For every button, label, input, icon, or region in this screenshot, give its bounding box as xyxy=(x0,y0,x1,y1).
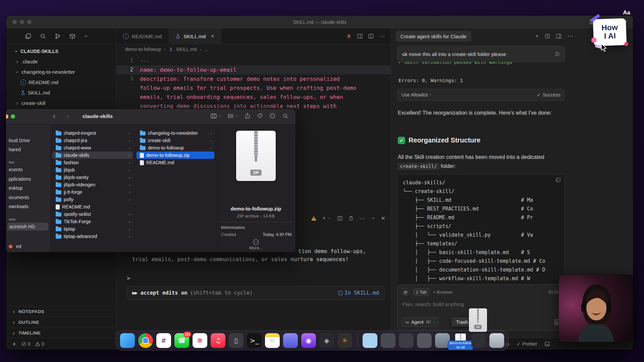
more-icon[interactable]: ⋯ xyxy=(568,33,573,40)
remote-indicator[interactable] xyxy=(12,342,17,346)
finder-sidebar-item[interactable]: ecents xyxy=(6,166,48,174)
composer-placeholder[interactable]: Plan, search, build anything xyxy=(402,301,560,307)
dock-zip-file[interactable]: ZIPdemo-to-followup.zip xyxy=(453,333,468,348)
chevron-down-icon[interactable]: › xyxy=(83,34,90,38)
code-line[interactable]: emails, trial onboarding sequences, sale… xyxy=(116,93,391,102)
warning-icon[interactable] xyxy=(311,216,317,221)
dock-claude[interactable]: ✳ xyxy=(337,333,352,348)
explorer-item[interactable]: › i .claude xyxy=(6,56,116,67)
finder-list-item[interactable]: demo-to-followup.zip › xyxy=(137,152,214,159)
dock-trash[interactable] xyxy=(489,333,504,348)
user-message[interactable]: ok move this all into a create-skill fol… xyxy=(397,46,565,62)
finder-sidebar-item[interactable]: esktop xyxy=(6,184,48,192)
finder-list-item[interactable]: create-skill › xyxy=(137,137,214,144)
finder-list-item[interactable]: polly › xyxy=(52,196,133,203)
formatter-status[interactable]: ✓Prettier xyxy=(517,341,537,347)
notifications-icon[interactable] xyxy=(545,342,550,346)
finder-list-item[interactable]: jibjob-videogen › xyxy=(52,181,133,188)
search-icon[interactable] xyxy=(40,33,46,39)
dock-capcut[interactable]: ◆ xyxy=(319,333,334,348)
add-browser-pill[interactable]: + Browser xyxy=(433,290,453,295)
files-icon[interactable] xyxy=(25,33,31,39)
more-icon[interactable]: ⋯ xyxy=(360,215,365,222)
open-panel-icon[interactable] xyxy=(357,34,363,39)
dock-photos[interactable]: ✽ xyxy=(193,333,207,348)
finder-sidebar-item[interactable]: ocuments xyxy=(6,193,48,201)
explorer-item[interactable]: › i changelog-to-newsletter xyxy=(6,67,116,77)
new-chat-icon[interactable]: + xyxy=(535,33,539,40)
finder-list-item[interactable]: jibjob-sanity › xyxy=(52,174,133,181)
finder-list-item[interactable]: README.md › xyxy=(137,159,214,166)
split-editor-icon[interactable] xyxy=(368,34,374,39)
finder-list-item[interactable]: README.md › xyxy=(52,203,133,210)
more-link[interactable]: More... xyxy=(216,245,296,250)
finder-list-item[interactable]: jibjob › xyxy=(52,166,133,174)
finder-list-item[interactable]: chatprd-inngest › xyxy=(52,129,133,137)
finder-sidebar-item[interactable]: ons xyxy=(6,215,48,223)
chat-tab[interactable]: Create agent skills for Claude xyxy=(396,31,471,42)
breadcrumb-file[interactable]: SKILL.md xyxy=(176,47,197,52)
share-icon[interactable] xyxy=(245,113,250,119)
finder-sidebar-item[interactable]: range xyxy=(6,250,48,252)
source-control-icon[interactable] xyxy=(55,33,61,39)
finder-list-item[interactable]: demo-to-followup › xyxy=(137,144,214,152)
code-line[interactable]: follow-up emails for trial prospects. Us… xyxy=(116,83,391,93)
close-panel-icon[interactable]: ✕ xyxy=(381,215,385,222)
dock-music[interactable]: ♫ xyxy=(211,333,225,348)
finder-sidebar-item[interactable]: loud Drive xyxy=(6,136,48,144)
trash-icon[interactable] xyxy=(348,216,354,221)
dragged-zip-ghost[interactable]: ZIP xyxy=(469,308,487,332)
finder-sidebar-item[interactable]: pplications xyxy=(6,175,48,183)
chevron-down-icon[interactable]: › xyxy=(218,115,222,117)
mention-icon[interactable]: @ xyxy=(401,288,410,296)
finder-list-item[interactable]: changelog-to-newsletter › xyxy=(137,129,214,137)
dock-iphone-mirroring[interactable]: ▯ xyxy=(229,333,244,348)
search-icon[interactable] xyxy=(283,113,288,119)
chevron-up-icon[interactable]: › xyxy=(370,216,376,220)
tag-icon[interactable] xyxy=(257,113,262,118)
use-allowlist-dropdown[interactable]: Use Allowlist › xyxy=(401,92,431,98)
dock-finder-window[interactable] xyxy=(363,333,377,348)
explorer-root[interactable]: › CLAUDE-SKILLS xyxy=(6,46,116,56)
minimize-window-button[interactable] xyxy=(6,114,8,119)
more-circle-icon[interactable] xyxy=(253,239,259,245)
dock-terminal[interactable]: >_ xyxy=(247,333,262,348)
dock-whatsapp[interactable]: ☎ 163 xyxy=(174,333,189,348)
breadcrumb-ellipsis[interactable]: ... xyxy=(204,47,208,52)
code-line[interactable]: 1 --- xyxy=(116,56,391,65)
finder-list-item[interactable]: TikTok-Forge › xyxy=(52,218,133,225)
finder-toolbar[interactable]: ‹ › claude-skills › › xyxy=(6,109,296,125)
code-line[interactable]: 3 description: Transform customer demo n… xyxy=(116,74,391,83)
dock-finder[interactable] xyxy=(120,333,135,348)
terminal-prompt[interactable]: > xyxy=(127,275,130,282)
copy-icon[interactable] xyxy=(556,178,560,182)
in-file-indicator[interactable]: In SKILL.md xyxy=(338,290,379,296)
close-tab-icon[interactable]: ✕ xyxy=(211,34,215,39)
more-actions-icon[interactable]: ⋯ xyxy=(379,33,385,40)
finder-list-item[interactable]: jj-tt-forge › xyxy=(52,188,133,196)
finder-sidebar-item[interactable]: tes xyxy=(6,158,48,166)
finder-sidebar-item[interactable]: acintosh HD xyxy=(7,223,48,231)
finder-list-item[interactable]: tiptap › xyxy=(52,225,133,233)
dock-notes[interactable]: ≡ xyxy=(265,333,280,348)
history-icon[interactable] xyxy=(545,34,550,39)
group-icon[interactable] xyxy=(228,114,234,118)
breadcrumb[interactable]: demo-to-followup › SKILL.md › ... xyxy=(116,44,391,54)
warnings-indicator[interactable]: 0 xyxy=(35,341,44,347)
dock-window-4[interactable] xyxy=(471,333,486,348)
dock-window-3[interactable] xyxy=(417,333,432,348)
chevron-down-icon[interactable]: › xyxy=(235,115,239,117)
dock-window-2[interactable] xyxy=(399,333,414,348)
dock-chrome[interactable] xyxy=(138,333,153,348)
titlebar[interactable]: SKILL.md — claude-skills xyxy=(6,16,633,29)
new-terminal-icon[interactable]: + › xyxy=(323,215,331,221)
extensions-icon[interactable] xyxy=(69,33,75,39)
forward-icon[interactable]: › xyxy=(66,112,69,121)
tab-skill[interactable]: SKILL.md ✕ xyxy=(169,28,222,44)
finder-sidebar-item[interactable]: ed xyxy=(6,242,48,250)
code-line[interactable]: 2 name: demo-to-follow-up-email xyxy=(116,65,391,74)
sidebar-panel-timeline[interactable]: › TIMELINE xyxy=(6,327,116,338)
sidebar-panel-outline[interactable]: › OUTLINE xyxy=(6,317,116,327)
explorer-item[interactable]: › i SKILL.md xyxy=(6,87,116,98)
tab-context-pill[interactable]: 1 Tab xyxy=(413,288,430,296)
